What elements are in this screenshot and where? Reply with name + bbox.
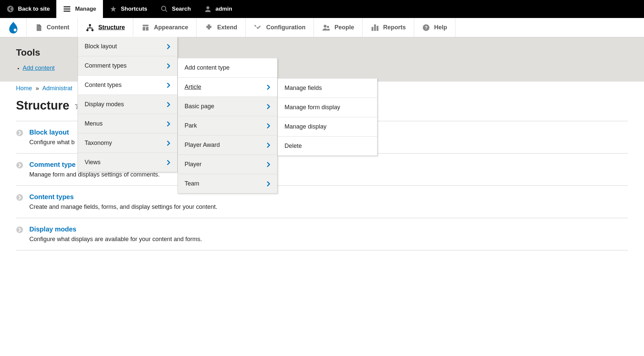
submenu-basic-page[interactable]: Basic page bbox=[178, 97, 277, 116]
svg-point-20 bbox=[16, 194, 23, 201]
menu-appearance-label: Appearance bbox=[154, 24, 188, 31]
chevron-right-icon bbox=[167, 102, 171, 107]
configuration-icon bbox=[254, 23, 262, 32]
list-item-display-modes: Display modes Configure what displays ar… bbox=[16, 218, 628, 250]
submenu-menus[interactable]: Menus bbox=[78, 114, 177, 134]
svg-point-0 bbox=[7, 6, 14, 12]
svg-point-11 bbox=[323, 25, 326, 28]
menu-extend[interactable]: Extend bbox=[197, 18, 246, 37]
user-icon bbox=[204, 5, 212, 13]
menu-reports-label: Reports bbox=[383, 24, 406, 31]
svg-line-5 bbox=[165, 10, 167, 12]
svg-rect-3 bbox=[64, 11, 70, 12]
breadcrumb-separator: » bbox=[36, 85, 39, 92]
chevron-right-icon bbox=[167, 44, 171, 49]
menu-configuration-label: Configuration bbox=[266, 24, 306, 31]
svg-rect-13 bbox=[371, 27, 373, 31]
list-item-content-types: Content types Create and manage fields, … bbox=[16, 186, 628, 218]
svg-rect-14 bbox=[374, 24, 376, 31]
submenu-add-content-type[interactable]: Add content type bbox=[178, 58, 277, 78]
reports-icon bbox=[370, 23, 379, 32]
submenu-delete[interactable]: Delete bbox=[278, 137, 377, 156]
article-submenu: Manage fields Manage form display Manage… bbox=[278, 79, 377, 156]
svg-point-9 bbox=[86, 29, 89, 31]
breadcrumb-home[interactable]: Home bbox=[16, 85, 32, 92]
svg-point-21 bbox=[16, 226, 23, 233]
menu-extend-label: Extend bbox=[217, 24, 237, 31]
shortcuts-button[interactable]: Shortcuts bbox=[103, 0, 154, 18]
menu-reports[interactable]: Reports bbox=[362, 18, 414, 37]
submenu-park[interactable]: Park bbox=[178, 116, 277, 136]
svg-point-4 bbox=[162, 6, 166, 11]
menu-structure[interactable]: Structure Block layout Comment types Con… bbox=[78, 18, 133, 37]
menu-content[interactable]: Content bbox=[27, 18, 78, 37]
user-button[interactable]: admin bbox=[198, 0, 239, 18]
chevron-right-icon bbox=[267, 162, 271, 167]
drupal-logo[interactable] bbox=[0, 18, 27, 37]
menu-help[interactable]: ? Help bbox=[414, 18, 455, 37]
submenu-content-types[interactable]: Content types bbox=[78, 76, 177, 95]
back-to-site-button[interactable]: Back to site bbox=[0, 0, 56, 18]
submenu-manage-fields[interactable]: Manage fields bbox=[278, 79, 377, 98]
svg-point-18 bbox=[16, 130, 23, 136]
menu-configuration[interactable]: Configuration bbox=[246, 18, 314, 37]
submenu-manage-display[interactable]: Manage display bbox=[278, 117, 377, 137]
chevron-right-icon bbox=[267, 123, 271, 129]
menu-content-label: Content bbox=[47, 24, 69, 31]
back-label: Back to site bbox=[18, 6, 50, 12]
chevron-right-icon bbox=[167, 160, 171, 165]
top-toolbar: Back to site Manage Shortcuts Search adm… bbox=[0, 0, 644, 18]
star-icon bbox=[110, 5, 117, 13]
svg-point-6 bbox=[206, 6, 209, 9]
chevron-right-icon bbox=[16, 194, 23, 201]
menu-people[interactable]: People bbox=[314, 18, 362, 37]
chevron-right-icon bbox=[16, 226, 23, 233]
submenu-block-layout[interactable]: Block layout bbox=[78, 37, 177, 56]
back-arrow-icon bbox=[7, 5, 14, 13]
submenu-player[interactable]: Player bbox=[178, 155, 277, 174]
menu-structure-label: Structure bbox=[98, 24, 125, 31]
admin-menu: Content Structure Block layout Comment t… bbox=[0, 18, 644, 37]
menu-appearance[interactable]: Appearance bbox=[133, 18, 197, 37]
svg-text:?: ? bbox=[425, 25, 428, 30]
svg-point-10 bbox=[91, 29, 94, 31]
add-content-link[interactable]: Add content bbox=[23, 65, 55, 71]
list-desc-content-types: Create and manage fields, forms, and dis… bbox=[29, 203, 628, 210]
people-icon bbox=[322, 23, 330, 32]
submenu-views[interactable]: Views bbox=[78, 153, 177, 172]
breadcrumb-admin[interactable]: Administrat bbox=[42, 85, 72, 92]
submenu-team[interactable]: Team bbox=[178, 174, 277, 193]
shortcuts-label: Shortcuts bbox=[121, 6, 147, 12]
submenu-display-modes[interactable]: Display modes bbox=[78, 95, 177, 114]
svg-point-19 bbox=[16, 162, 23, 169]
manage-button[interactable]: Manage bbox=[56, 0, 103, 18]
extend-icon bbox=[205, 23, 213, 32]
structure-submenu: Block layout Comment types Content types… bbox=[78, 37, 178, 172]
search-icon bbox=[161, 5, 168, 13]
chevron-right-icon bbox=[267, 104, 271, 109]
submenu-comment-types[interactable]: Comment types bbox=[78, 56, 177, 76]
submenu-article[interactable]: Article bbox=[178, 78, 277, 97]
list-desc-display-modes: Configure what displays are available fo… bbox=[29, 236, 628, 243]
submenu-manage-form-display[interactable]: Manage form display bbox=[278, 98, 377, 117]
appearance-icon bbox=[141, 23, 150, 32]
chevron-right-icon bbox=[267, 85, 271, 90]
chevron-right-icon bbox=[167, 121, 171, 127]
user-label: admin bbox=[216, 6, 232, 12]
submenu-taxonomy[interactable]: Taxonomy bbox=[78, 134, 177, 153]
menu-help-label: Help bbox=[434, 24, 447, 31]
structure-icon bbox=[86, 23, 94, 32]
chevron-right-icon bbox=[16, 162, 23, 169]
help-icon: ? bbox=[422, 24, 430, 32]
svg-rect-1 bbox=[64, 6, 70, 7]
submenu-player-award[interactable]: Player Award bbox=[178, 136, 277, 155]
menu-people-label: People bbox=[334, 24, 354, 31]
chevron-right-icon bbox=[16, 129, 23, 137]
search-button[interactable]: Search bbox=[154, 0, 198, 18]
list-title-content-types[interactable]: Content types bbox=[29, 193, 628, 201]
manage-label: Manage bbox=[75, 6, 96, 12]
svg-point-12 bbox=[327, 26, 329, 28]
list-title-display-modes[interactable]: Display modes bbox=[29, 225, 628, 233]
chevron-right-icon bbox=[267, 143, 271, 148]
chevron-right-icon bbox=[167, 83, 171, 88]
